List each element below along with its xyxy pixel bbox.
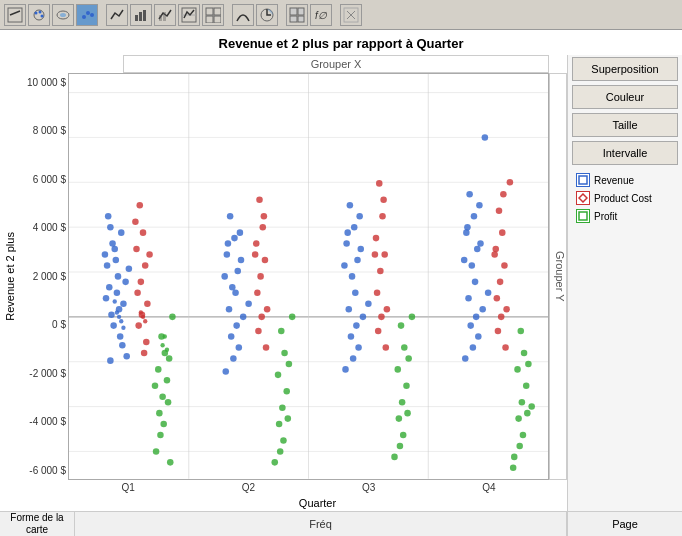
svg-point-152 (376, 180, 383, 187)
svg-point-203 (495, 328, 502, 335)
svg-rect-21 (214, 16, 221, 23)
toolbar-btn-8[interactable] (178, 4, 200, 26)
toolbar-btn-7[interactable] (154, 4, 176, 26)
svg-point-74 (143, 339, 150, 346)
svg-point-106 (237, 229, 244, 236)
svg-point-111 (260, 224, 267, 231)
page-btn[interactable]: Page (567, 512, 682, 536)
toolbar-btn-13[interactable]: f∅ (310, 4, 332, 26)
svg-point-9 (86, 11, 90, 15)
main-container: Revenue et 2 plus par rapport à Quarter … (0, 30, 682, 536)
toolbar-btn-12[interactable] (286, 4, 308, 26)
toolbar-btn-2[interactable] (28, 4, 50, 26)
toolbar-btn-9[interactable] (202, 4, 224, 26)
toolbar-btn-4[interactable] (76, 4, 98, 26)
intervalle-btn[interactable]: Intervalle (572, 141, 678, 165)
svg-point-93 (231, 235, 238, 242)
svg-point-144 (353, 322, 360, 329)
x-tick-q3: Q3 (362, 482, 375, 493)
forme-de-la-carte[interactable]: Forme de la carte (0, 512, 75, 536)
svg-point-190 (476, 202, 483, 209)
legend-icon-revenue (576, 173, 590, 187)
svg-rect-13 (143, 10, 146, 21)
svg-line-1 (10, 11, 20, 15)
grouper-x-bar[interactable]: Grouper X (123, 55, 549, 73)
svg-point-195 (496, 207, 503, 214)
x-tick-q4: Q4 (482, 482, 495, 493)
svg-point-138 (349, 273, 356, 280)
svg-point-63 (123, 353, 130, 360)
svg-point-231 (165, 348, 169, 352)
svg-point-202 (498, 314, 505, 321)
svg-rect-15 (163, 12, 166, 21)
svg-rect-14 (159, 15, 162, 21)
svg-point-169 (396, 415, 403, 422)
svg-point-172 (397, 443, 404, 450)
svg-point-213 (515, 415, 522, 422)
svg-point-115 (254, 290, 261, 297)
svg-point-184 (465, 295, 472, 302)
svg-point-230 (160, 343, 164, 347)
svg-point-191 (461, 257, 468, 264)
svg-point-4 (39, 10, 42, 13)
svg-point-146 (355, 344, 362, 351)
grouper-y-bar[interactable]: Grouper Y (549, 73, 567, 480)
toolbar-btn-3[interactable] (52, 4, 74, 26)
svg-point-94 (224, 251, 231, 258)
svg-point-201 (503, 306, 510, 313)
taille-btn[interactable]: Taille (572, 113, 678, 137)
svg-point-117 (258, 314, 265, 321)
svg-point-131 (286, 361, 293, 368)
toolbar-btn-5[interactable] (106, 4, 128, 26)
svg-point-145 (348, 333, 355, 340)
superposition-btn[interactable]: Superposition (572, 57, 678, 81)
couleur-btn[interactable]: Couleur (572, 85, 678, 109)
svg-point-151 (342, 366, 349, 373)
svg-point-148 (356, 213, 363, 220)
svg-point-186 (473, 314, 480, 321)
toolbar-btn-10[interactable] (232, 4, 254, 26)
svg-point-228 (143, 319, 147, 323)
svg-point-91 (167, 459, 174, 466)
svg-point-73 (135, 322, 142, 329)
svg-point-83 (156, 410, 163, 417)
toolbar-btn-6[interactable] (130, 4, 152, 26)
svg-point-161 (383, 344, 390, 351)
svg-point-124 (275, 372, 282, 379)
svg-point-182 (477, 240, 484, 247)
svg-point-176 (466, 191, 473, 198)
svg-point-194 (482, 134, 489, 141)
svg-point-99 (232, 290, 239, 297)
y-tick-5: 0 $ (22, 319, 66, 330)
svg-point-153 (379, 213, 386, 220)
chart-title: Revenue et 2 plus par rapport à Quarter (0, 30, 682, 55)
svg-point-69 (138, 279, 145, 286)
toolbar-btn-11[interactable] (256, 4, 278, 26)
svg-point-84 (165, 399, 172, 406)
svg-point-70 (134, 290, 141, 297)
right-panel: Superposition Couleur Taille Intervalle … (567, 55, 682, 511)
legend-icon-profit (576, 209, 590, 223)
legend-area: Revenue Product Cost Profit (568, 167, 682, 511)
svg-point-8 (82, 15, 86, 19)
svg-point-134 (347, 202, 354, 209)
svg-point-113 (262, 257, 269, 264)
svg-point-226 (141, 315, 145, 319)
toolbar-btn-14[interactable] (340, 4, 362, 26)
legend-item-profit: Profit (576, 209, 674, 223)
svg-point-154 (373, 235, 380, 242)
x-axis-label: Quarter (68, 495, 567, 511)
svg-point-137 (354, 257, 361, 264)
svg-point-141 (352, 290, 359, 297)
svg-point-46 (115, 273, 122, 280)
bottom-bar: Forme de la carte Fréq Page (0, 511, 682, 536)
svg-point-170 (404, 410, 411, 417)
svg-point-224 (113, 299, 117, 303)
svg-point-112 (253, 240, 260, 247)
freq-btn[interactable]: Fréq (75, 512, 567, 536)
svg-point-50 (113, 257, 120, 264)
svg-rect-24 (298, 8, 304, 15)
toolbar-btn-1[interactable] (4, 4, 26, 26)
legend-label-product-cost: Product Cost (594, 193, 652, 204)
svg-point-178 (463, 229, 470, 236)
